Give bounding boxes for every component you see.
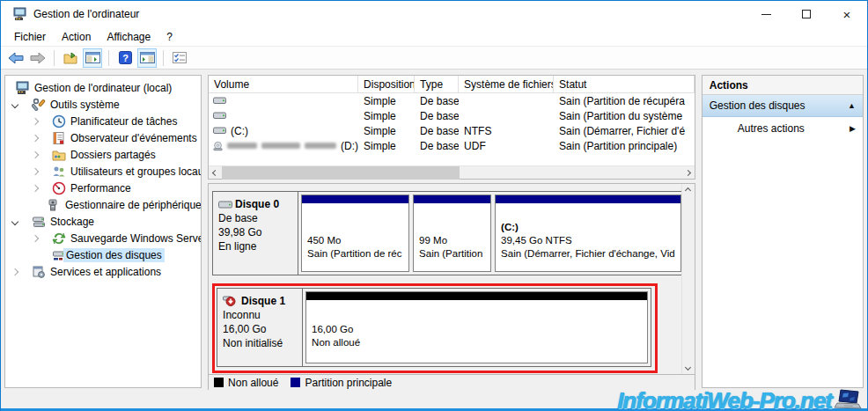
volume-icon [213,127,226,135]
toolbar-separator [108,50,109,66]
partition-recovery[interactable]: 450 Mo Sain (Partition de réc [301,194,409,272]
chevron-right-icon[interactable] [32,167,39,174]
menu-fichier[interactable]: Fichier [6,28,54,46]
volume-name: (C:) [231,125,248,137]
users-icon [52,165,66,179]
disk-0-row[interactable]: Disque 0 De base 39,98 Go En ligne 450 M… [212,191,684,275]
console-tree: Gestion de l'ordinateur (local) Outils s… [4,75,202,388]
tree-item-storage[interactable]: Stockage [5,213,201,230]
volume-row[interactable]: (D:) Simple De base UDF Sain (Partition … [209,138,695,153]
scroll-up-button[interactable] [681,184,695,197]
actions-group-disk-management[interactable]: Gestion des disques ▲ [702,95,863,117]
tree-item-windows-server-backup[interactable]: Sauvegarde Windows Server [5,230,201,246]
tree-item-system-tools[interactable]: Outils système [5,96,201,113]
volume-type: De base [415,110,459,122]
show-console-tree-button[interactable] [83,48,102,68]
scroll-right-button[interactable] [681,166,695,180]
chevron-right-icon[interactable] [32,117,39,124]
volume-row[interactable]: Simple De base Sain (Partition de récupé… [209,93,695,108]
volume-type: De base [415,125,459,137]
export-list-button[interactable] [61,48,80,68]
menu-action[interactable]: Action [54,28,99,46]
tree-item-task-scheduler[interactable]: Planificateur de tâches [5,113,201,129]
volume-disposition: Simple [358,110,415,122]
help-button[interactable]: ? [115,48,135,68]
actions-pane-title: Actions [702,76,863,95]
window-controls: × [746,1,867,27]
tree-item-performance[interactable]: Performance [5,180,201,196]
maximize-button[interactable] [786,1,827,27]
checklist-icon [173,52,187,63]
expand-icon[interactable]: ▶ [850,124,856,133]
backup-icon [52,231,66,246]
main-area: Gestion de l'ordinateur (local) Outils s… [1,70,867,391]
column-header-type[interactable]: Type [415,76,459,92]
chevron-down-icon[interactable] [11,100,18,107]
disk-1-row[interactable]: Disque 1 Inconnu 16,00 Go Non initialisé… [217,288,651,367]
chevron-right-icon[interactable] [32,134,39,141]
partition-system[interactable]: 99 Mo Sain (Partition [413,194,491,272]
folder-icon [63,52,78,64]
tree-item-device-manager[interactable]: Gestionnaire de périphériques [5,196,201,213]
tree-item-label: Dossiers partagés [70,149,156,161]
volume-row[interactable]: Simple De base Sain (Partition du systèm… [209,108,695,123]
action-pane-icon [140,52,155,63]
menu-affichage[interactable]: Affichage [99,28,158,46]
minimize-button[interactable] [746,1,786,27]
shared-folder-icon [52,148,66,162]
volume-icon [213,112,226,120]
back-arrow-icon [8,52,24,64]
scroll-down-button[interactable] [681,361,695,374]
close-button[interactable]: × [827,1,867,27]
partition-size: 39,45 Go NTFS [501,234,675,247]
column-header-volume[interactable]: Volume [209,76,358,92]
chevron-right-icon[interactable] [32,234,39,241]
tree-item-services-applications[interactable]: Services et applications [5,263,201,280]
actions-item-more-actions[interactable]: Autres actions ▶ [702,117,863,139]
disk-1-label[interactable]: Disque 1 Inconnu 16,00 Go Non initialisé [217,289,303,366]
column-header-disposition[interactable]: Disposition [358,76,415,92]
volume-status: Sain (Démarrer, Fichier d'é [554,125,695,137]
volume-filesystem: NTFS [459,125,554,137]
toolbar-separator [163,50,164,66]
scroll-left-button[interactable] [209,166,222,180]
volume-disposition: Simple [358,95,415,107]
column-header-filesystem[interactable]: Système de fichiers [459,76,554,92]
collapse-icon[interactable]: ▲ [848,101,856,110]
tree-item-disk-management[interactable]: Gestion des disques [5,246,201,263]
volume-status: Sain (Partition principale) [554,140,695,152]
partition-status: Sain (Démarrer, Fichier d'échange, Vid [501,247,675,261]
partition-color-bar [306,292,647,300]
partition-c[interactable]: (C:) 39,45 Go NTFS Sain (Démarrer, Fichi… [495,194,681,272]
partition-size: 450 Mo [307,234,403,247]
chevron-right-icon[interactable] [11,268,18,275]
disk-0-label[interactable]: Disque 0 De base 39,98 Go En ligne [213,192,298,275]
computer-icon [16,81,30,95]
performance-gauge-icon [52,181,66,195]
tree-item-shared-folders[interactable]: Dossiers partagés [5,146,201,163]
show-action-pane-button[interactable] [137,48,157,68]
vertical-scrollbar[interactable] [681,184,695,374]
disk-name: Disque 1 [241,294,285,308]
chevron-right-icon[interactable] [32,150,39,158]
column-header-status[interactable]: Statut [554,76,695,92]
tree-item-event-viewer[interactable]: Observateur d'événements [5,129,201,146]
volume-row[interactable]: (C:) Simple De base NTFS Sain (Démarrer,… [209,123,695,138]
partition-color-bar [414,195,490,203]
scrollbar-thumb[interactable] [222,166,460,180]
back-button[interactable] [6,48,26,68]
forward-button[interactable] [28,48,48,68]
chevron-right-icon[interactable] [32,184,39,191]
menu-help[interactable]: ? [158,28,180,46]
chevron-down-icon[interactable] [11,217,18,224]
menu-bar: Fichier Action Affichage ? [1,27,867,47]
tree-item-local-users-groups[interactable]: Utilisateurs et groupes locaux [5,163,201,180]
partition-unallocated[interactable]: 16,00 Go Non alloué [305,291,648,363]
horizontal-scrollbar[interactable] [209,165,695,179]
legend-unallocated: Non alloué [214,377,278,389]
actions-group-label: Gestion des disques [710,99,848,112]
tree-item-label: Outils système [50,99,120,111]
maximize-icon [802,10,811,18]
tree-item-computer-management[interactable]: Gestion de l'ordinateur (local) [5,79,201,96]
customize-button[interactable] [170,48,189,68]
